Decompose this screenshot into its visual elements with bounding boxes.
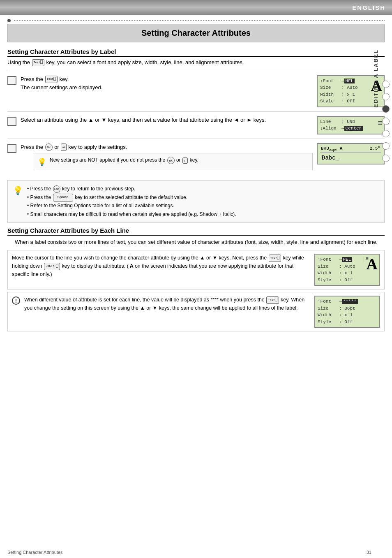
subsection2-heading: Setting Character Attributes by Each Lin…: [7, 227, 385, 236]
lcd-status-bar: BRU24pt A 2.5": [320, 146, 381, 153]
lcd-abc-text: Ɖabc_: [320, 153, 381, 162]
each-line-step2-screen: ↑Font →***** Size : 36pt Width : x 1 Sty…: [314, 296, 380, 328]
step2-screen: Line : UND ↓Align →Center ≡: [317, 116, 385, 134]
section-title: Setting Character Attributes: [8, 28, 384, 38]
sidebar-circle-7: [382, 155, 390, 162]
right-sidebar: [380, 15, 392, 558]
space-key-tip: Space: [53, 194, 73, 201]
sidebar-circle-1: [382, 81, 390, 88]
sidebar-circle-3: [382, 105, 390, 113]
tip-1: • Press the Esc key to return to the pre…: [27, 185, 236, 193]
note-text: New settings are NOT applied if you do n…: [50, 157, 198, 164]
shift-key-each1: ⇧Shift⎕: [44, 263, 60, 270]
enter-key-note: ↵: [182, 157, 188, 164]
subsection2-intro: When a label consists two or more lines …: [7, 238, 385, 246]
step1-content: Press the Text⎕ key. The current setting…: [21, 75, 313, 93]
step1-text: Press the Text⎕ key. The current setting…: [21, 75, 313, 93]
tip-3: • Refer to the Setting Options table for…: [27, 201, 236, 210]
tips-box: 💡 • Press the Esc key to return to the p…: [7, 180, 385, 223]
ok-key-note: ok: [167, 157, 175, 164]
text-key-each2: Text⎕: [266, 296, 279, 304]
warning-icon: !: [12, 296, 20, 305]
lcd-screen-each2: ↑Font →***** Size : 36pt Width : x 1 Sty…: [314, 296, 380, 328]
note-box-step3: 💡 New settings are NOT applied if you do…: [33, 153, 313, 170]
lcd-screen-3: BRU24pt A 2.5" Ɖabc_: [317, 143, 385, 164]
esc-key-tip: Esc: [53, 185, 60, 193]
step3-marker: [7, 144, 16, 153]
dots-row: [0, 15, 392, 24]
sidebar-circle-2: [382, 93, 390, 100]
page-label: Setting Character Attributes: [7, 550, 63, 555]
step3-content: Press the ok or ↵ key to apply the setti…: [21, 143, 313, 172]
main-content: Setting Character Attributes Setting Cha…: [0, 24, 392, 341]
sidebar-circle-5: [382, 130, 390, 137]
subsection1-heading: Setting Character Attributes by Label: [7, 48, 385, 57]
step2-row: Select an attribute using the ▲ or ▼ key…: [7, 111, 385, 139]
tip-2: • Press the Space key to set the selecte…: [27, 193, 236, 201]
tip-4: • Small characters may be difficult to r…: [27, 210, 236, 218]
note-bulb-icon: 💡: [37, 157, 46, 167]
ok-key-step3: ok: [45, 144, 53, 151]
bottom-bar: Setting Character Attributes 31: [7, 550, 371, 555]
sidebar-circle-4: [382, 118, 390, 125]
language-label: ENGLISH: [352, 4, 385, 11]
each-line-step1: Move the cursor to the line you wish to …: [7, 250, 385, 289]
top-header: ENGLISH: [0, 0, 392, 15]
step3-screen: BRU24pt A 2.5" Ɖabc_: [317, 143, 385, 164]
step1-row: Press the Text⎕ key. The current setting…: [7, 71, 385, 111]
tips-bulb-icon: 💡: [13, 185, 23, 195]
each-line-step2-content: When different value of attribute is set…: [24, 296, 310, 312]
step3-text: Press the ok or ↵ key to apply the setti…: [21, 143, 313, 152]
enter-key-step3: ↵: [61, 144, 66, 151]
vertical-editing-label: EDITING A LABEL: [373, 49, 379, 108]
step2-marker: [7, 117, 16, 126]
step2-text: Select an attribute using the ▲ or ▼ key…: [21, 116, 313, 125]
section-title-box: Setting Character Attributes: [7, 24, 385, 42]
step3-row: Press the ok or ↵ key to apply the setti…: [7, 139, 385, 176]
text-key-each1: Text⎕: [269, 255, 281, 262]
each-line-step1-content: Move the cursor to the line you wish to …: [12, 254, 310, 278]
tips-content: • Press the Esc key to return to the pre…: [27, 185, 236, 218]
lcd-screen-each1: ≡ ↑Font →HEL Size : Auto Width : x 1 Sty…: [314, 254, 380, 286]
dots-line: [14, 20, 385, 21]
text-key-step1: Text⎕: [45, 76, 58, 83]
text-key-intro: Text⎕: [32, 59, 44, 67]
step1-marker: [7, 76, 16, 85]
each-line-step2: ! When different value of attribute is s…: [7, 292, 385, 331]
page-number: 31: [367, 550, 371, 555]
each-line-step1-screen: ≡ ↑Font →HEL Size : Auto Width : x 1 Sty…: [314, 254, 380, 286]
step2-content: Select an attribute using the ▲ or ▼ key…: [21, 116, 313, 125]
sidebar-circle-6: [382, 142, 390, 150]
subsection1-intro: Using the Text⎕ key, you can select a fo…: [7, 58, 385, 67]
lcd-screen-2: Line : UND ↓Align →Center ≡: [317, 116, 385, 134]
lcd-row-font1: ↑Font →HEL: [320, 78, 365, 85]
dot-bullet: [7, 19, 11, 22]
